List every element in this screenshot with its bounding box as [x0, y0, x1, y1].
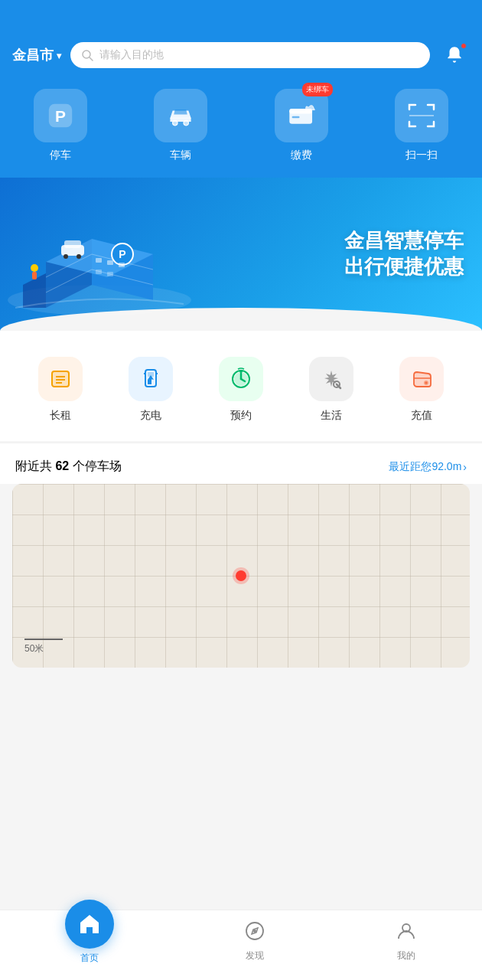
city-selector[interactable]: 金昌市 ▾ [12, 46, 61, 64]
parking-bar: 附近共 62 个停车场 最近距您92.0m › [0, 443, 482, 484]
service-charge[interactable]: 充电 [129, 357, 173, 423]
parking-count-suffix: 个停车场 [69, 459, 121, 472]
payment-icon [287, 103, 316, 129]
service-topup[interactable]: 充值 [399, 357, 444, 423]
notification-dot [461, 43, 467, 49]
svg-rect-27 [96, 258, 102, 263]
service-life[interactable]: 生活 [309, 357, 353, 423]
banner-line2: 出行便捷优惠 [344, 254, 464, 280]
nav-mine-icon [396, 920, 417, 946]
qa-payment-icon-box: 未绑车 [275, 89, 328, 142]
nav-mine[interactable]: 我的 [396, 920, 417, 962]
nearest-parking[interactable]: 最近距您92.0m › [389, 460, 467, 474]
svg-point-5 [184, 120, 188, 125]
map-area[interactable]: 50米 [12, 484, 470, 668]
svg-point-52 [253, 929, 256, 933]
svg-point-47 [239, 370, 243, 373]
svg-rect-30 [96, 270, 102, 274]
nav-home[interactable]: 首页 [65, 918, 114, 965]
svg-point-25 [31, 264, 38, 272]
bottom-nav: 首页 发现 我的 [0, 910, 482, 980]
svg-rect-31 [107, 272, 113, 276]
svg-rect-29 [119, 263, 125, 267]
services-section: 长租 充电 [0, 331, 482, 441]
service-reserve-label: 预约 [230, 409, 252, 423]
nav-home-label: 首页 [80, 952, 99, 965]
nav-discover-icon [244, 920, 265, 946]
nearest-chevron: › [463, 461, 467, 473]
parking-count-number: 62 [55, 459, 69, 472]
life-icon [309, 357, 353, 401]
qa-scan[interactable]: 扫一扫 [395, 89, 448, 162]
service-life-label: 生活 [321, 409, 342, 423]
service-charge-label: 充电 [140, 409, 161, 423]
service-long-rent[interactable]: 长租 [38, 357, 83, 423]
qa-vehicle-label: 车辆 [170, 149, 191, 162]
svg-point-22 [64, 254, 68, 259]
svg-rect-26 [32, 272, 37, 279]
qa-payment-label: 缴费 [291, 149, 312, 162]
service-long-rent-label: 长租 [50, 409, 71, 423]
map-grid: 50米 [12, 484, 470, 668]
service-reserve[interactable]: 预约 [219, 357, 263, 423]
charge-icon [129, 357, 173, 401]
nav-discover[interactable]: 发现 [244, 920, 265, 962]
qa-parking-icon-box: P [34, 89, 87, 142]
nearest-label: 最近距您92.0m [389, 460, 461, 474]
parking-count-prefix: 附近共 [15, 459, 55, 472]
svg-line-1 [90, 57, 93, 60]
unbind-badge: 未绑车 [302, 83, 333, 96]
city-chevron: ▾ [57, 51, 61, 61]
banner-text: 金昌智慧停车 出行便捷优惠 [344, 228, 464, 280]
vehicle-icon [165, 103, 196, 129]
status-bar [0, 0, 482, 34]
search-placeholder: 请输入目的地 [99, 48, 164, 62]
long-rent-icon [38, 357, 83, 401]
map-scale: 50米 [24, 639, 63, 655]
reserve-icon [219, 357, 263, 401]
svg-text:P: P [55, 107, 66, 125]
svg-rect-28 [107, 260, 113, 265]
notification-bell[interactable] [439, 40, 470, 70]
nav-mine-label: 我的 [397, 949, 415, 962]
nav-home-icon [65, 900, 114, 949]
banner-illustration: P [0, 193, 214, 315]
qa-vehicle[interactable]: 车辆 [154, 89, 207, 162]
svg-point-50 [425, 382, 428, 384]
svg-point-4 [173, 120, 177, 125]
location-dot [236, 570, 246, 581]
svg-rect-8 [291, 116, 299, 118]
search-icon [81, 49, 93, 61]
banner-line1: 金昌智慧停车 [344, 228, 464, 254]
qa-parking-label: 停车 [50, 149, 71, 162]
qa-scan-icon-box [395, 89, 448, 142]
nav-discover-label: 发现 [246, 949, 264, 962]
quick-actions: P 停车 车辆 未绑车 缴费 [0, 81, 482, 178]
parking-icon: P [46, 101, 75, 130]
search-bar[interactable]: 请输入目的地 [70, 42, 430, 68]
qa-vehicle-icon-box [154, 89, 207, 142]
svg-rect-21 [64, 240, 81, 248]
header: 金昌市 ▾ 请输入目的地 [0, 34, 482, 81]
svg-point-23 [77, 254, 81, 259]
qa-payment[interactable]: 未绑车 缴费 [275, 89, 328, 162]
banner: P 金昌智慧停车 出行便捷优惠 [0, 178, 482, 331]
topup-icon [399, 357, 444, 401]
parking-count-text: 附近共 62 个停车场 [15, 459, 122, 475]
scan-icon [408, 102, 435, 129]
qa-parking[interactable]: P 停车 [34, 89, 87, 162]
qa-scan-label: 扫一扫 [405, 149, 438, 162]
service-topup-label: 充值 [411, 409, 432, 423]
service-icons: 长租 充电 [15, 349, 467, 426]
svg-text:P: P [119, 248, 125, 260]
city-label: 金昌市 [12, 46, 54, 64]
